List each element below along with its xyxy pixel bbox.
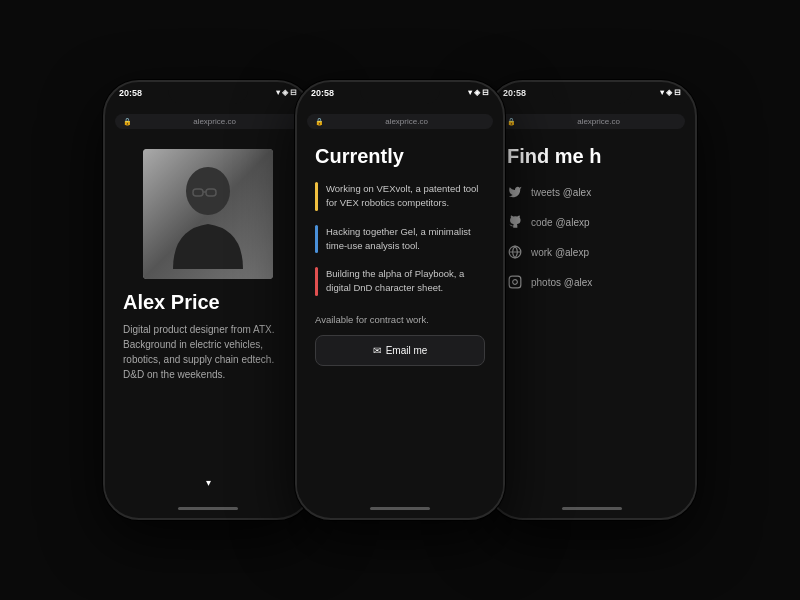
url-text-center: alexprice.co bbox=[328, 117, 485, 126]
status-time-center: 20:58 bbox=[311, 88, 334, 98]
instagram-icon bbox=[507, 274, 523, 290]
status-icons-center: ▾ ◈ ⊟ bbox=[468, 88, 489, 97]
profile-photo bbox=[143, 149, 273, 279]
status-time-left: 20:58 bbox=[119, 88, 142, 98]
phone-left: 20:58 ▾ ◈ ⊟ 🔒 alexprice.co bbox=[103, 80, 313, 520]
currently-item-3: Building the alpha of Playbook, a digita… bbox=[315, 267, 485, 296]
chevron-down-icon: ▾ bbox=[123, 477, 293, 488]
url-text-left: alexprice.co bbox=[136, 117, 293, 126]
twitter-icon bbox=[507, 184, 523, 200]
status-time-right: 20:58 bbox=[503, 88, 526, 98]
globe-icon bbox=[507, 244, 523, 260]
social-item-work[interactable]: work @alexp bbox=[507, 244, 677, 260]
photos-label: photos @alex bbox=[531, 277, 592, 288]
email-button[interactable]: ✉ Email me bbox=[315, 335, 485, 366]
currently-title: Currently bbox=[315, 145, 485, 168]
notch-center bbox=[360, 82, 440, 104]
bar-yellow-icon bbox=[315, 182, 318, 211]
lock-icon-right: 🔒 bbox=[507, 118, 516, 126]
currently-item-1: Working on VEXvolt, a patented tool for … bbox=[315, 182, 485, 211]
currently-text-1: Working on VEXvolt, a patented tool for … bbox=[326, 182, 485, 211]
github-label: code @alexp bbox=[531, 217, 590, 228]
social-item-twitter[interactable]: tweets @alex bbox=[507, 184, 677, 200]
phone-frame-center: 20:58 ▾ ◈ ⊟ 🔒 alexprice.co Currently Wor… bbox=[295, 80, 505, 520]
github-icon bbox=[507, 214, 523, 230]
bar-blue-icon bbox=[315, 225, 318, 254]
currently-text-3: Building the alpha of Playbook, a digita… bbox=[326, 267, 485, 296]
phone-right: 20:58 ▾ ◈ ⊟ 🔒 alexprice.co Find me h twe… bbox=[487, 80, 697, 520]
social-item-instagram[interactable]: photos @alex bbox=[507, 274, 677, 290]
bar-red-icon bbox=[315, 267, 318, 296]
notch-right bbox=[552, 82, 632, 104]
phone-frame-left: 20:58 ▾ ◈ ⊟ 🔒 alexprice.co bbox=[103, 80, 313, 520]
home-bar-right bbox=[562, 507, 622, 510]
home-bar-left bbox=[178, 507, 238, 510]
phone-frame-right: 20:58 ▾ ◈ ⊟ 🔒 alexprice.co Find me h twe… bbox=[487, 80, 697, 520]
phone-content-center: Currently Working on VEXvolt, a patented… bbox=[297, 135, 503, 498]
home-indicator-left bbox=[105, 498, 311, 518]
home-bar-center bbox=[370, 507, 430, 510]
status-icons-right: ▾ ◈ ⊟ bbox=[660, 88, 681, 97]
svg-rect-8 bbox=[509, 276, 521, 288]
lock-icon-center: 🔒 bbox=[315, 118, 324, 126]
available-text: Available for contract work. bbox=[315, 314, 485, 325]
home-indicator-right bbox=[489, 498, 695, 518]
url-bar-center: 🔒 alexprice.co bbox=[307, 114, 493, 129]
status-icons-left: ▾ ◈ ⊟ bbox=[276, 88, 297, 97]
email-icon: ✉ bbox=[373, 345, 381, 356]
lock-icon-left: 🔒 bbox=[123, 118, 132, 126]
find-title: Find me h bbox=[507, 145, 677, 168]
url-bar-left: 🔒 alexprice.co bbox=[115, 114, 301, 129]
profile-bio: Digital product designer from ATX. Backg… bbox=[123, 322, 293, 382]
email-button-label: Email me bbox=[386, 345, 428, 356]
phone-center: 20:58 ▾ ◈ ⊟ 🔒 alexprice.co Currently Wor… bbox=[295, 80, 505, 520]
phone-content-right: Find me h tweets @alex code @alexp bbox=[489, 135, 695, 498]
work-label: work @alexp bbox=[531, 247, 589, 258]
home-indicator-center bbox=[297, 498, 503, 518]
social-item-github[interactable]: code @alexp bbox=[507, 214, 677, 230]
notch-left bbox=[168, 82, 248, 104]
currently-text-2: Hacking together Gel, a minimalist time-… bbox=[326, 225, 485, 254]
url-bar-right: 🔒 alexprice.co bbox=[499, 114, 685, 129]
phone-content-left: Alex Price Digital product designer from… bbox=[105, 135, 311, 498]
profile-name: Alex Price bbox=[123, 291, 293, 314]
currently-item-2: Hacking together Gel, a minimalist time-… bbox=[315, 225, 485, 254]
twitter-label: tweets @alex bbox=[531, 187, 591, 198]
url-text-right: alexprice.co bbox=[520, 117, 677, 126]
